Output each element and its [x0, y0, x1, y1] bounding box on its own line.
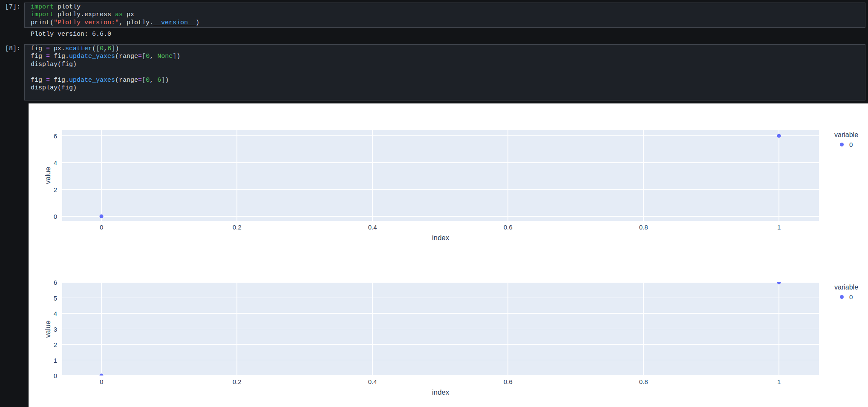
plotly-figure-2: 012345600.20.40.60.81indexvaluevariable0 [29, 103, 868, 407]
code-token: update_yaxes [69, 53, 115, 60]
code-token: 0 [100, 45, 104, 52]
x-tick-label: 1 [777, 378, 781, 385]
legend-item-label: 0 [849, 293, 853, 301]
code-token: fig [31, 45, 46, 52]
code-token: = [46, 45, 50, 52]
code-token: fig [31, 53, 46, 60]
code-line: import plotly.express as px [31, 11, 859, 19]
code-token: 6 [157, 77, 161, 84]
code-token: [ [142, 77, 146, 84]
code-token: plotly.express [54, 11, 115, 18]
code-token: ) [165, 77, 169, 84]
code-line: import plotly [31, 3, 859, 11]
x-tick-label: 0.4 [368, 378, 377, 385]
y-gridline [62, 298, 819, 298]
code-token: import [31, 11, 54, 18]
y-tick-label: 4 [29, 310, 57, 317]
notebook-page: [7]: import plotlyimport plotly.express … [0, 0, 868, 407]
code-token: px. [50, 45, 65, 52]
code-token: __version__ [153, 19, 196, 26]
code-line: fig = fig.update_yaxes(range=[0, 6]) [31, 77, 859, 84]
code-token: update_yaxes [69, 77, 115, 84]
code-token: as [115, 11, 123, 18]
code-token: ) [176, 53, 180, 60]
code-line: display(fig) [31, 84, 859, 92]
x-axis-title: index [62, 388, 819, 397]
code-token: ] [161, 77, 165, 84]
execution-count-7: [7]: [0, 3, 20, 11]
code-token: (range [115, 53, 138, 60]
cell-7-output-text: Plotly version: 6.6.0 [31, 31, 111, 38]
code-token: import [31, 3, 54, 11]
code-editor-cell-8[interactable]: fig = px.scatter([0,6])fig = fig.update_… [24, 44, 865, 100]
code-token: ] [173, 53, 176, 60]
code-line: fig = fig.update_yaxes(range=[0, None]) [31, 53, 859, 60]
plot-area[interactable] [62, 282, 819, 375]
execution-count-8: [8]: [0, 45, 20, 52]
x-tick-label: 0.8 [639, 378, 648, 385]
code-token: = [46, 53, 50, 60]
y-tick-label: 6 [29, 279, 57, 286]
y-tick-label: 3 [29, 325, 57, 332]
code-token: display(fig) [31, 61, 77, 68]
x-tick-label: 0 [100, 378, 103, 385]
scatter-point[interactable] [100, 374, 104, 376]
code-token: ) [196, 19, 199, 26]
y-tick-label: 2 [29, 341, 57, 348]
code-token: , [104, 45, 107, 52]
code-token: None [157, 53, 173, 60]
cell-8-output-area: 024600.20.40.60.81indexvaluevariable0012… [29, 103, 868, 407]
y-tick-label: 5 [29, 294, 57, 301]
y-tick-label: 1 [29, 356, 57, 364]
y-gridline [62, 344, 819, 345]
code-line [31, 69, 859, 76]
legend: variable0 [832, 283, 858, 301]
code-token: ) [115, 45, 119, 52]
code-token: , [150, 53, 157, 60]
code-token: ( [92, 45, 96, 52]
x-tick-label: 0.6 [504, 378, 513, 385]
code-token: 6 [107, 45, 111, 52]
code-token: px [123, 11, 134, 18]
code-token: = [138, 77, 142, 84]
code-token: [ [142, 53, 146, 60]
y-axis-title: value [44, 320, 52, 338]
y-gridline [62, 282, 819, 283]
code-token: print( [31, 19, 54, 26]
code-editor-cell-7[interactable]: import plotlyimport plotly.express as px… [24, 3, 865, 28]
code-token: "Plotly version:" [54, 19, 119, 26]
code-token: [ [96, 45, 100, 52]
code-token: (range [115, 77, 138, 84]
code-line: fig = px.scatter([0,6]) [31, 45, 859, 53]
code-token: display(fig) [31, 84, 77, 92]
scatter-point[interactable] [777, 282, 781, 284]
code-token: , [150, 77, 157, 84]
x-tick-label: 0.2 [233, 378, 242, 385]
code-token: = [138, 53, 142, 60]
y-gridline [62, 313, 819, 314]
legend-title: variable [832, 283, 858, 292]
code-line: print("Plotly version:", plotly.__versio… [31, 19, 859, 27]
y-gridline [62, 329, 819, 330]
legend-marker-icon [840, 295, 844, 299]
code-token: fig. [50, 53, 69, 60]
code-token: plotly [54, 3, 81, 11]
code-token: fig. [50, 77, 69, 84]
y-gridline [62, 360, 819, 361]
legend-item[interactable]: 0 [832, 292, 858, 301]
code-line: display(fig) [31, 61, 859, 69]
code-token: , plotly. [119, 19, 153, 26]
code-token: 0 [146, 77, 150, 84]
code-token: ] [111, 45, 115, 52]
y-tick-label: 0 [29, 372, 57, 379]
code-token: scatter [65, 45, 92, 52]
code-token: fig [31, 77, 46, 84]
code-token: = [46, 77, 50, 84]
y-zeroline [62, 375, 819, 375]
code-token: 0 [146, 53, 150, 60]
